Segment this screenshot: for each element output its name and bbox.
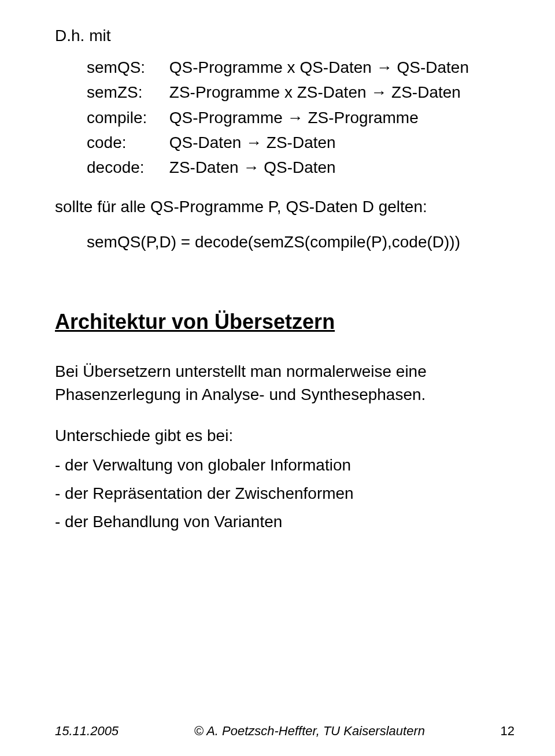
arrow-icon: → (371, 83, 387, 101)
page-footer: 15.11.2005 12 © A. Poetzsch-Heffter, TU … (0, 724, 555, 739)
def-label: semQS: (87, 55, 165, 80)
def-rhs: QS-Daten (264, 158, 336, 176)
condition-text: sollte für alle QS-Programme P, QS-Daten… (55, 194, 515, 219)
section-title: Architektur von Übersetzern (55, 310, 515, 334)
def-semzs: semZS: ZS-Programme x ZS-Daten → ZS-Date… (87, 80, 515, 105)
arrow-icon: → (376, 58, 393, 76)
def-label: code: (87, 130, 165, 155)
def-label: semZS: (87, 80, 165, 105)
def-compile: compile: QS-Programme → ZS-Programme (87, 105, 515, 130)
list-item: - der Repräsentation der Zwischenformen (55, 479, 515, 507)
arrow-icon: → (246, 134, 262, 151)
def-lhs: QS-Daten (169, 134, 242, 151)
footer-page-number: 12 (501, 724, 515, 739)
def-lhs: ZS-Programme x ZS-Daten (169, 83, 367, 101)
bullet-list: - der Verwaltung von globaler Informatio… (55, 451, 515, 536)
list-item: - der Behandlung von Varianten (55, 507, 515, 536)
def-code: code: QS-Daten → ZS-Daten (87, 130, 515, 155)
def-rhs: QS-Daten (397, 58, 469, 76)
definition-block: semQS: QS-Programme x QS-Daten → QS-Date… (87, 55, 515, 180)
page: D.h. mit semQS: QS-Programme x QS-Daten … (0, 0, 555, 756)
def-semqs: semQS: QS-Programme x QS-Daten → QS-Date… (87, 55, 515, 80)
def-lhs: QS-Programme x QS-Daten (169, 58, 372, 76)
def-label: decode: (87, 155, 165, 180)
arrow-icon: → (243, 158, 259, 176)
def-rhs: ZS-Programme (308, 109, 418, 127)
def-rhs: ZS-Daten (391, 83, 461, 101)
def-decode: decode: ZS-Daten → QS-Daten (87, 155, 515, 180)
paragraph-2: Unterschiede gibt es bei: (55, 424, 515, 448)
arrow-icon: → (287, 109, 304, 127)
def-rhs: ZS-Daten (267, 134, 336, 151)
equation: semQS(P,D) = decode(semZS(compile(P),cod… (87, 229, 515, 254)
def-lhs: ZS-Daten (169, 158, 239, 176)
paragraph-1: Bei Übersetzern unterstellt man normaler… (55, 360, 515, 407)
footer-author: © A. Poetzsch-Heffter, TU Kaiserslautern (55, 724, 515, 739)
list-item: - der Verwaltung von globaler Informatio… (55, 451, 515, 479)
def-label: compile: (87, 105, 165, 130)
intro-heading: D.h. mit (55, 23, 515, 49)
footer-date: 15.11.2005 (55, 724, 119, 739)
def-lhs: QS-Programme (169, 109, 283, 127)
